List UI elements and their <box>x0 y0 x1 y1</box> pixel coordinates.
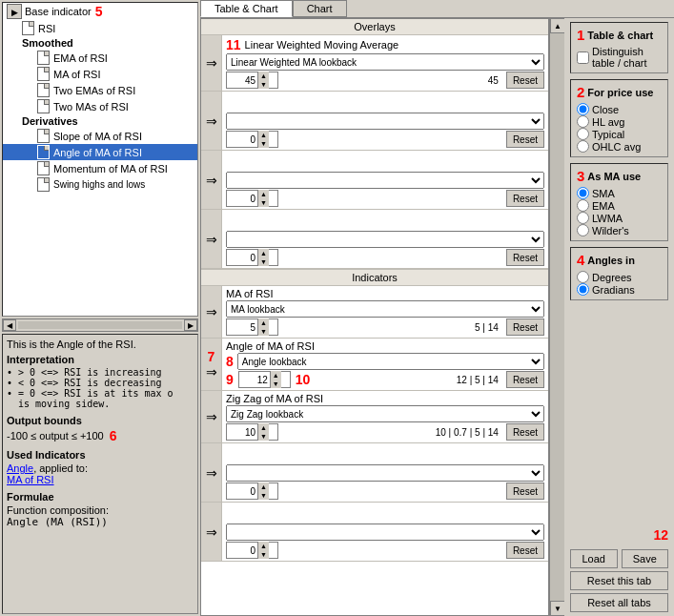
overlay-reset-1[interactable]: Reset <box>506 72 544 89</box>
overlay-spin-input-2[interactable] <box>227 134 257 145</box>
overlay-spin-up-4[interactable]: ▲ <box>257 249 269 257</box>
overlay-spin-input-1[interactable] <box>227 75 257 86</box>
indicator-row-4-select[interactable] <box>226 464 544 482</box>
overlay-spin-input-3[interactable] <box>227 194 257 204</box>
indicator-arrow-5[interactable]: ⇒ <box>201 503 222 561</box>
ind-spin-up-5[interactable]: ▲ <box>257 542 269 550</box>
indicator-arrow-4[interactable]: ⇒ <box>201 443 222 502</box>
tree-slope[interactable]: Slope of MA of RSI <box>3 128 197 144</box>
indicator-spin-input-1[interactable] <box>227 322 257 333</box>
load-button[interactable]: Load <box>570 549 618 568</box>
indicator-row-2-select[interactable]: Angle lookback <box>237 353 544 370</box>
indicator-reset-4[interactable]: Reset <box>506 483 544 500</box>
overlay-reset-4[interactable]: Reset <box>506 249 544 266</box>
indicator-reset-1[interactable]: Reset <box>506 318 544 336</box>
tab-table-chart[interactable]: Table & Chart <box>200 0 293 17</box>
indicator-arrow-3[interactable]: ⇒ <box>201 391 222 442</box>
ind-spin-down-2[interactable]: ▼ <box>270 380 281 388</box>
indicator-arrow-2[interactable]: 7 ⇒ <box>201 339 222 390</box>
overlay-row-1-select[interactable]: Linear Weighted MA lookback <box>226 53 544 71</box>
vscroll[interactable]: ▲ ▼ <box>549 18 564 616</box>
overlay-spin-up-2[interactable]: ▲ <box>257 131 269 139</box>
ma-ema-label[interactable]: EMA <box>577 199 662 212</box>
overlay-row-3-select[interactable] <box>226 172 544 189</box>
price-ohlc-label[interactable]: OHLC avg <box>577 140 662 153</box>
ind-spin-up-1[interactable]: ▲ <box>257 318 269 327</box>
overlay-arrow-4[interactable]: ⇒ <box>201 210 222 268</box>
tree-angle[interactable]: Angle of MA of RSI <box>3 144 197 160</box>
ma-sma-label[interactable]: SMA <box>577 187 662 199</box>
overlay-row-2-select[interactable] <box>226 113 544 130</box>
overlay-reset-3[interactable]: Reset <box>506 190 544 207</box>
overlay-arrow-3[interactable]: ⇒ <box>201 151 222 209</box>
ma-wilders-label[interactable]: Wilder's <box>577 224 662 236</box>
tree-ema-of-rsi[interactable]: EMA of RSI <box>3 50 197 66</box>
price-close-radio[interactable] <box>577 103 589 115</box>
overlay-spin-down-4[interactable]: ▼ <box>257 257 269 266</box>
overlay-arrow-2[interactable]: ⇒ <box>201 92 222 150</box>
overlay-reset-2[interactable]: Reset <box>506 131 544 148</box>
angle-degrees-radio[interactable] <box>577 271 589 283</box>
ind-spin-up-4[interactable]: ▲ <box>257 483 269 491</box>
hscroll-right[interactable]: ▶ <box>184 319 197 331</box>
ind-spin-down-5[interactable]: ▼ <box>257 550 269 559</box>
distinguish-label[interactable]: Distinguish table / chart <box>577 46 662 69</box>
ind-spin-down-3[interactable]: ▼ <box>257 432 269 441</box>
vscroll-track[interactable] <box>550 33 564 601</box>
overlay-arrow-1[interactable]: ⇒ <box>201 35 222 91</box>
overlay-spin-input-4[interactable] <box>227 253 257 263</box>
angle-link[interactable]: Angle <box>7 462 33 474</box>
overlay-spin-down-2[interactable]: ▼ <box>257 139 269 148</box>
angle-gradians-radio[interactable] <box>577 283 589 296</box>
price-hl-label[interactable]: HL avg <box>577 115 662 128</box>
tree-two-emas[interactable]: Two EMAs of RSI <box>3 82 197 98</box>
vscroll-down[interactable]: ▼ <box>550 601 564 616</box>
tree-ma-of-rsi[interactable]: MA of RSI <box>3 66 197 82</box>
indicator-row-3-select[interactable]: Zig Zag lookback <box>226 405 544 422</box>
price-typical-label[interactable]: Typical <box>577 128 662 140</box>
tree-momentum[interactable]: Momentum of MA of RSI <box>3 160 197 176</box>
ma-ema-radio[interactable] <box>577 199 589 212</box>
ind-spin-down-4[interactable]: ▼ <box>257 491 269 500</box>
overlay-spin-down-3[interactable]: ▼ <box>257 198 269 207</box>
tree-hscroll[interactable]: ◀ ▶ <box>2 318 198 332</box>
reset-all-button[interactable]: Reset all tabs <box>570 593 668 612</box>
tree-two-mas[interactable]: Two MAs of RSI <box>3 98 197 114</box>
indicator-reset-2[interactable]: Reset <box>506 371 544 388</box>
reset-tab-button[interactable]: Reset this tab <box>570 571 668 590</box>
tree-expand-icon[interactable]: ▶ <box>7 4 22 19</box>
price-ohlc-radio[interactable] <box>577 140 589 153</box>
indicator-spin-input-4[interactable] <box>227 486 257 497</box>
hscroll-left[interactable]: ◀ <box>3 319 16 331</box>
vscroll-up[interactable]: ▲ <box>550 18 564 33</box>
indicator-spin-input-2[interactable] <box>239 375 270 385</box>
indicator-arrow-1[interactable]: ⇒ <box>201 286 222 338</box>
indicator-row-5-select[interactable] <box>226 524 544 541</box>
ma-lwma-label[interactable]: LWMA <box>577 212 662 224</box>
tree-swing[interactable]: Swing highs and lows <box>3 176 197 193</box>
save-button[interactable]: Save <box>622 549 669 568</box>
price-close-label[interactable]: Close <box>577 103 662 115</box>
distinguish-checkbox[interactable] <box>577 51 589 64</box>
overlay-spin-up-3[interactable]: ▲ <box>257 190 269 198</box>
ma-lwma-radio[interactable] <box>577 212 589 224</box>
ma-wilders-radio[interactable] <box>577 224 589 236</box>
overlay-spin-up-1[interactable]: ▲ <box>257 72 269 80</box>
indicator-reset-5[interactable]: Reset <box>506 542 544 559</box>
indicator-spin-input-5[interactable] <box>227 545 257 556</box>
overlay-row-4-select[interactable] <box>226 231 544 248</box>
overlay-spin-down-1[interactable]: ▼ <box>257 80 269 89</box>
angle-gradians-label[interactable]: Gradians <box>577 283 662 296</box>
price-hl-radio[interactable] <box>577 115 589 128</box>
price-typical-radio[interactable] <box>577 128 589 140</box>
tab-chart[interactable]: Chart <box>293 0 347 17</box>
ma-rsi-link[interactable]: MA of RSI <box>7 474 54 485</box>
tree-rsi[interactable]: RSI <box>3 20 197 36</box>
ind-spin-up-2[interactable]: ▲ <box>270 371 281 380</box>
ind-spin-down-1[interactable]: ▼ <box>257 327 269 336</box>
ma-sma-radio[interactable] <box>577 187 589 199</box>
indicator-spin-input-3[interactable] <box>227 427 257 438</box>
indicator-row-1-select[interactable]: MA lookback <box>226 300 544 318</box>
indicator-reset-3[interactable]: Reset <box>506 423 544 441</box>
angle-degrees-label[interactable]: Degrees <box>577 271 662 283</box>
